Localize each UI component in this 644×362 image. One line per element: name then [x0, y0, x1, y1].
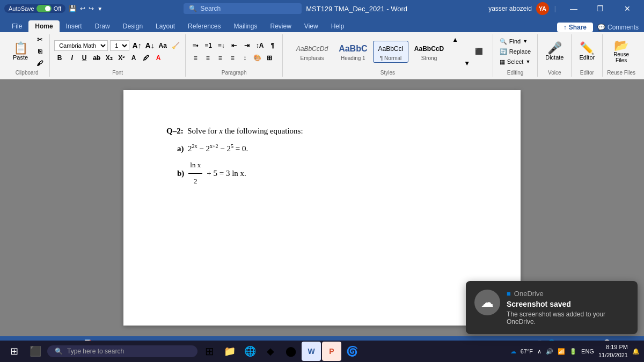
find-button[interactable]: 🔍 Find ▼ — [497, 38, 533, 46]
taskbar-windows-icon[interactable]: ⊞ — [200, 342, 219, 361]
tab-insert[interactable]: Insert — [60, 20, 89, 32]
styles-scroll-up[interactable]: ▲ — [450, 34, 460, 45]
clipboard-label: Clipboard — [16, 69, 39, 77]
redo-icon[interactable]: ↪ — [89, 5, 94, 12]
bold-button[interactable]: B — [54, 53, 65, 63]
customize-icon[interactable]: ▼ — [97, 6, 103, 12]
taskbar-word-icon[interactable]: W — [302, 342, 321, 361]
superscript-button[interactable]: X² — [116, 53, 127, 63]
change-case-button[interactable]: Aa — [157, 40, 168, 51]
paste-button[interactable]: 📋 Paste — [9, 40, 32, 63]
taskbar-chrome-icon[interactable]: ⬤ — [281, 342, 301, 361]
decrease-indent-button[interactable]: ⇤ — [229, 40, 239, 51]
onedrive-notification[interactable]: ☁ ■ OneDrive Screenshot saved The screen… — [466, 281, 638, 334]
reuse-files-button[interactable]: 📂 ReuseFiles — [610, 39, 632, 64]
voice-label: Voice — [548, 69, 561, 77]
format-painter-button[interactable]: 🖌 — [34, 58, 45, 69]
dictate-button[interactable]: 🎤 Dictate — [542, 41, 567, 62]
comments-button[interactable]: 💬 Comments — [597, 24, 639, 31]
borders-button[interactable]: ⊞ — [264, 53, 275, 63]
font-family-select[interactable]: Cambria Math — [54, 40, 108, 51]
replace-button[interactable]: 🔄 Replace — [497, 48, 533, 56]
styles-scroll-down[interactable]: ▼ — [462, 58, 472, 69]
title-search-box[interactable]: 🔍 Search — [184, 3, 302, 14]
font-size-select[interactable]: 14 — [110, 40, 129, 51]
editor-button[interactable]: ✏️ Editor — [576, 41, 598, 62]
cut-button[interactable]: ✂ — [34, 34, 45, 45]
style-strong[interactable]: AaBbCcD Strong — [409, 41, 449, 63]
align-left-button[interactable]: ≡ — [190, 53, 201, 63]
taskbar-battery-icon[interactable]: 🔋 — [569, 348, 577, 355]
line-spacing-button[interactable]: ↕ — [239, 53, 250, 63]
taskbar-edge2-icon[interactable]: 🌀 — [342, 342, 362, 361]
save-icon[interactable]: 💾 — [69, 5, 77, 12]
tab-help[interactable]: Help — [325, 20, 351, 32]
sort-button[interactable]: ↕A — [254, 40, 265, 51]
taskbar-language[interactable]: ENG — [581, 348, 594, 354]
shading-button[interactable]: 🎨 — [252, 53, 262, 63]
start-button[interactable]: ⊞ — [4, 342, 24, 361]
multilevel-button[interactable]: ≡↓ — [216, 40, 226, 51]
reuse-icon: 📂 — [614, 40, 628, 51]
subscript-button[interactable]: X₂ — [104, 53, 114, 63]
tab-mailings[interactable]: Mailings — [227, 20, 264, 32]
autosave-toggle[interactable] — [36, 5, 52, 12]
bullets-button[interactable]: ≡• — [190, 40, 201, 51]
taskbar-speakers-icon[interactable]: 🔊 — [546, 348, 553, 355]
tab-home[interactable]: Home — [28, 20, 59, 32]
task-view-button[interactable]: ⬛ — [26, 342, 45, 361]
taskbar-datetime[interactable]: 8:19 PM 11/20/2021 — [598, 343, 628, 360]
tab-file[interactable]: File — [5, 20, 28, 32]
increase-indent-button[interactable]: ⇥ — [241, 40, 252, 51]
font-options: Cambria Math 14 A↑ A↓ Aa 🧹 B I U ab X₂ — [54, 40, 181, 63]
taskbar-notification-icon[interactable]: 🔔 — [632, 348, 640, 355]
select-chevron: ▼ — [525, 59, 530, 64]
font-grow-button[interactable]: A↑ — [131, 40, 142, 51]
taskbar-explorer-icon[interactable]: 📁 — [220, 342, 239, 361]
fraction-denominator: 2 — [192, 174, 199, 189]
close-button[interactable]: ✕ — [615, 0, 640, 17]
taskbar-dropbox-icon[interactable]: ◆ — [261, 342, 280, 361]
style-emphasis[interactable]: AaBbCcDd Emphasis — [291, 41, 333, 63]
part-a-label: a) — [177, 144, 184, 153]
user-avatar[interactable]: YA — [536, 2, 549, 15]
tab-layout[interactable]: Layout — [149, 20, 181, 32]
taskbar-search-box[interactable]: 🔍 Type here to search — [47, 345, 197, 357]
share-button[interactable]: ↑ Share — [557, 23, 593, 32]
text-highlight-button[interactable]: 🖊 — [141, 53, 151, 63]
document-page[interactable]: Q–2: Solve for x the following equations… — [123, 90, 521, 326]
tab-view[interactable]: View — [298, 20, 325, 32]
tab-review[interactable]: Review — [264, 20, 298, 32]
show-formatting-button[interactable]: ¶ — [267, 40, 278, 51]
select-button[interactable]: ▦ Select ▼ — [497, 58, 533, 66]
taskbar-edge-icon[interactable]: 🌐 — [240, 342, 260, 361]
italic-button[interactable]: I — [67, 53, 77, 63]
align-right-button[interactable]: ≡ — [215, 53, 225, 63]
undo-icon[interactable]: ↩ — [80, 5, 85, 12]
style-heading1[interactable]: AaBbC Heading 1 — [334, 41, 372, 63]
taskbar-powerpoint-icon[interactable]: P — [322, 342, 341, 361]
taskbar-onedrive-icon[interactable]: ☁ — [510, 348, 516, 355]
taskbar-network-icon[interactable]: 📶 — [558, 348, 565, 355]
style-normal[interactable]: AaBbCcI ¶ Normal — [373, 41, 408, 63]
restore-button[interactable]: ❐ — [588, 0, 613, 17]
align-center-button[interactable]: ≡ — [202, 53, 213, 63]
clear-formatting-button[interactable]: 🧹 — [170, 40, 181, 51]
numbering-button[interactable]: ≡1 — [203, 40, 214, 51]
tab-references[interactable]: References — [181, 20, 227, 32]
copy-button[interactable]: ⎘ — [34, 46, 45, 57]
underline-button[interactable]: U — [79, 53, 90, 63]
taskbar-weather[interactable]: 67°F — [521, 348, 533, 354]
font-color-button[interactable]: A — [153, 53, 164, 63]
tab-draw[interactable]: Draw — [89, 20, 116, 32]
minimize-button[interactable]: — — [561, 0, 586, 17]
autosave-badge[interactable]: AutoSave Off — [4, 4, 65, 13]
text-effects-button[interactable]: A — [128, 53, 139, 63]
strikethrough-button[interactable]: ab — [91, 53, 102, 63]
part-b-rest: + 5 = 3 ln x. — [207, 165, 246, 182]
styles-expand[interactable]: ⬛ — [473, 46, 484, 57]
taskbar-chevron-icon[interactable]: ∧ — [537, 348, 541, 355]
tab-design[interactable]: Design — [116, 20, 149, 32]
font-shrink-button[interactable]: A↓ — [144, 40, 155, 51]
justify-button[interactable]: ≡ — [227, 53, 238, 63]
